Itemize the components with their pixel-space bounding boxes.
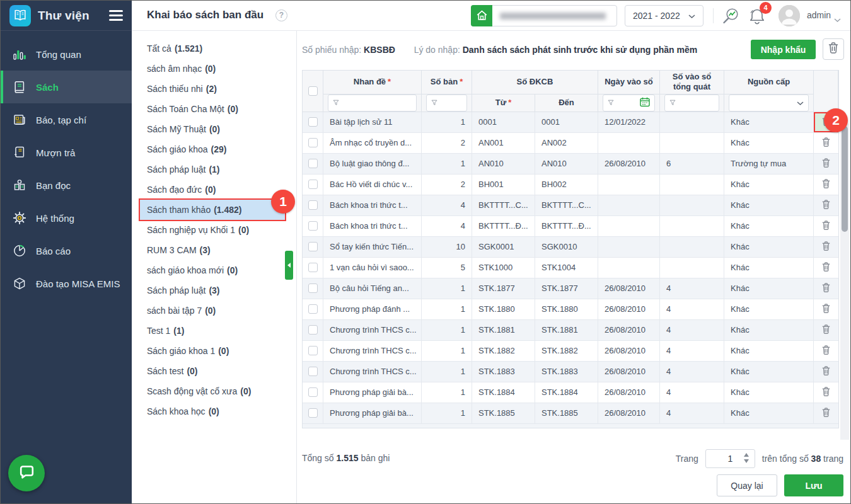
cell-date: 26/08/2010 xyxy=(598,299,660,320)
question-circle-icon[interactable]: ? xyxy=(275,9,287,21)
row-delete-button[interactable] xyxy=(814,299,838,320)
cell-source: Khác xyxy=(724,320,814,341)
filter-copies-input[interactable] xyxy=(426,94,467,112)
pagination: Trang 1 trên tổng số 38 trang xyxy=(676,449,843,468)
sidebar-item-bao-cao[interactable]: Báo cáo xyxy=(1,234,132,267)
table-row: Âm nhạc cổ truyền d... 2 AN001 AN002 Khá… xyxy=(303,133,838,154)
save-button[interactable]: Lưu xyxy=(784,474,843,496)
sidebar-item-tong-quan[interactable]: Tổng quan xyxy=(1,38,132,71)
row-checkbox[interactable] xyxy=(308,180,318,189)
row-checkbox[interactable] xyxy=(308,221,318,231)
sidebar-item-sach[interactable]: Sách xyxy=(1,71,132,103)
cell-from: SGK0001 xyxy=(472,237,535,258)
sidebar-item-he-thong[interactable]: Hệ thống xyxy=(1,202,132,234)
filter-title-input[interactable] xyxy=(328,94,417,112)
row-delete-button[interactable] xyxy=(814,403,838,424)
row-delete-button[interactable] xyxy=(814,278,838,299)
row-checkbox[interactable] xyxy=(308,200,318,210)
sidebar: Thư viện Tổng quan Sách Báo, tạp chí xyxy=(1,1,132,504)
chevron-down-icon[interactable] xyxy=(834,14,841,25)
school-year-value: 2021 - 2022 xyxy=(633,11,680,21)
stepper-arrows[interactable] xyxy=(744,453,749,463)
table-scrollbar[interactable] xyxy=(840,123,849,440)
arrow-up-icon[interactable] xyxy=(744,453,749,457)
row-checkbox[interactable] xyxy=(308,367,318,376)
panel-collapse-handle[interactable] xyxy=(285,251,293,280)
category-item[interactable]: Sách test (0) xyxy=(140,361,285,381)
row-checkbox[interactable] xyxy=(308,138,318,147)
username[interactable]: admin xyxy=(807,10,831,20)
filter-source-select[interactable] xyxy=(729,94,809,112)
school-year-dropdown[interactable]: 2021 - 2022 xyxy=(625,5,703,26)
back-button[interactable]: Quay lại xyxy=(717,474,777,496)
cell-title: Bài tập lịch sử 11 xyxy=(323,112,422,133)
row-checkbox[interactable] xyxy=(308,387,318,397)
page-number-stepper[interactable]: 1 xyxy=(705,449,755,468)
row-checkbox[interactable] xyxy=(308,117,318,127)
row-delete-button[interactable] xyxy=(814,195,838,216)
row-delete-button[interactable] xyxy=(814,237,838,258)
row-checkbox[interactable] xyxy=(308,242,318,251)
category-item[interactable]: Sách Toán Cha Một (0) xyxy=(140,99,285,119)
category-item[interactable]: Tất cả (1.521) xyxy=(140,38,285,59)
category-item[interactable]: Sách đạo đức (0) xyxy=(140,180,285,200)
calendar-icon[interactable] xyxy=(640,97,650,109)
arrow-down-icon[interactable] xyxy=(744,459,749,463)
category-item[interactable]: Sách khoa học (0) xyxy=(140,401,285,421)
cell-source: Khác xyxy=(724,341,814,362)
search-icon[interactable] xyxy=(721,6,741,26)
row-checkbox[interactable] xyxy=(308,263,318,272)
row-checkbox[interactable] xyxy=(308,325,318,335)
total-records: Tổng số 1.515 bản ghi xyxy=(302,453,390,463)
import-button[interactable]: Nhập khẩu xyxy=(751,40,816,59)
cell-title: Âm nhạc cổ truyền d... xyxy=(323,133,422,154)
row-delete-button[interactable] xyxy=(814,133,838,154)
row-delete-button[interactable] xyxy=(814,154,838,175)
cell-copies: 10 xyxy=(422,237,472,258)
delete-selected-button[interactable] xyxy=(823,38,844,60)
category-item[interactable]: Scash động vật cổ xưa (0) xyxy=(140,381,285,401)
hamburger-menu-icon[interactable] xyxy=(109,10,123,21)
filter-date-input[interactable] xyxy=(603,94,655,112)
cell-to: 0001 xyxy=(535,112,598,133)
category-item[interactable]: RUM 3 CAM (3) xyxy=(140,240,285,260)
filter-ledger-input[interactable] xyxy=(664,94,719,112)
category-item[interactable]: Test 1 (1) xyxy=(140,321,285,341)
sidebar-item-muon-tra[interactable]: Mượn trả xyxy=(1,136,132,169)
row-delete-button[interactable] xyxy=(814,341,838,362)
scrollbar-thumb[interactable] xyxy=(842,126,848,232)
row-delete-button[interactable] xyxy=(814,258,838,278)
school-selector[interactable] xyxy=(471,5,617,26)
category-item[interactable]: Sách thiếu nhi (2) xyxy=(140,79,285,99)
category-item[interactable]: sách bài tập 7 (0) xyxy=(140,301,285,321)
category-item[interactable]: Sách Mỹ Thuật (0) xyxy=(140,119,285,139)
row-delete-button[interactable] xyxy=(814,175,838,195)
row-checkbox[interactable] xyxy=(308,159,318,168)
row-checkbox[interactable] xyxy=(308,304,318,314)
row-delete-button[interactable] xyxy=(814,382,838,403)
category-item[interactable]: sách âm nhạc (0) xyxy=(140,59,285,79)
category-item[interactable]: Sách giáo khoa (29) xyxy=(140,139,285,159)
row-checkbox[interactable] xyxy=(308,408,318,418)
sidebar-item-label: Hệ thống xyxy=(36,213,74,224)
category-item[interactable]: Sách nghiệp vụ Khối 1 (0) xyxy=(140,220,285,240)
category-item[interactable]: Sách tham khảo (1.482) xyxy=(140,200,285,220)
row-checkbox[interactable] xyxy=(308,346,318,355)
cell-source: Khác xyxy=(724,237,814,258)
sidebar-item-bao-tap-chi[interactable]: Báo, tạp chí xyxy=(1,103,132,136)
cell-title: Phương pháp giải bà... xyxy=(323,403,422,424)
category-item[interactable]: Sách pháp luật (3) xyxy=(140,280,285,301)
row-delete-button[interactable] xyxy=(814,320,838,341)
category-item[interactable]: Sách giáo khoa 1 (0) xyxy=(140,341,285,361)
col-to: Đến xyxy=(535,94,598,112)
category-item[interactable]: Sách pháp luật (1) xyxy=(140,159,285,180)
sidebar-item-ban-doc[interactable]: Bạn đọc xyxy=(1,169,132,202)
chat-support-button[interactable] xyxy=(8,455,45,491)
sidebar-item-dao-tao[interactable]: Đào tạo MISA EMIS xyxy=(1,267,132,300)
row-delete-button[interactable] xyxy=(814,216,838,237)
avatar[interactable] xyxy=(779,5,800,26)
row-checkbox[interactable] xyxy=(308,284,318,293)
row-delete-button[interactable] xyxy=(814,362,838,382)
select-all-checkbox[interactable] xyxy=(308,86,318,96)
category-item[interactable]: sách giáo khoa mới (0) xyxy=(140,260,285,280)
